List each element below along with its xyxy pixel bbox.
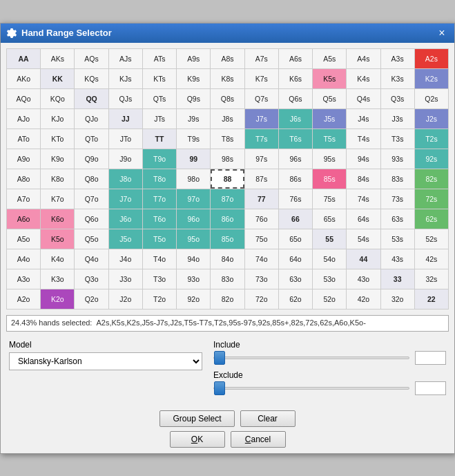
hand-cell[interactable]: Q3s [381,89,414,108]
hand-cell[interactable]: KJs [109,69,142,88]
hand-cell[interactable]: K6s [279,69,312,88]
hand-cell[interactable]: 83s [381,169,414,189]
hand-cell[interactable]: KTo [41,129,74,149]
hand-cell[interactable]: A8o [7,169,40,189]
hand-cell[interactable]: Q6s [279,89,312,108]
hand-cell[interactable]: 87s [245,169,278,189]
hand-cell[interactable]: 63s [381,209,414,229]
hand-cell[interactable]: 74s [347,189,380,209]
hand-cell[interactable]: A4o [7,249,40,269]
hand-cell[interactable]: T7o [143,189,176,209]
hand-cell[interactable]: 54o [313,249,346,269]
hand-cell[interactable]: 54s [347,229,380,249]
hand-cell[interactable]: K8s [211,69,244,88]
hand-cell[interactable]: 92s [415,149,448,169]
close-button[interactable]: × [435,26,449,40]
hand-cell[interactable]: 94o [177,249,210,269]
hand-cell[interactable]: Q2s [415,89,448,108]
hand-cell[interactable]: T4o [143,249,176,269]
hand-cell[interactable]: 72o [245,289,278,309]
hand-cell[interactable]: T3o [143,269,176,289]
hand-cell[interactable]: 22 [415,289,448,309]
exclude-value[interactable]: 0 [415,381,446,395]
hand-cell[interactable]: 32o [381,289,414,309]
hand-cell[interactable]: 42s [415,249,448,269]
hand-cell[interactable]: K3o [41,269,74,289]
hand-cell[interactable]: J7o [109,189,142,209]
hand-cell[interactable]: 85s [313,169,346,189]
hand-cell[interactable]: Q5s [313,89,346,108]
hand-cell[interactable]: J3s [381,109,414,128]
model-select[interactable]: Sklansky-Karlson [9,352,202,370]
hand-cell[interactable]: K4s [347,69,380,88]
hand-cell[interactable]: A9s [177,49,210,68]
hand-cell[interactable]: 43o [347,269,380,289]
hand-cell[interactable]: QTo [75,129,108,149]
hand-cell[interactable]: JTs [143,109,176,128]
hand-cell[interactable]: 92o [177,289,210,309]
hand-cell[interactable]: 85o [211,229,244,249]
hand-cell[interactable]: Q6o [75,209,108,229]
hand-cell[interactable]: AKs [41,49,74,68]
hand-cell[interactable]: 74o [245,249,278,269]
hand-cell[interactable]: 53s [381,229,414,249]
hand-cell[interactable]: KJo [41,109,74,128]
hand-cell[interactable]: K9s [177,69,210,88]
hand-cell[interactable]: 73s [381,189,414,209]
hand-cell[interactable]: K2o [41,289,74,309]
hand-cell[interactable]: 53o [313,269,346,289]
hand-cell[interactable]: T9s [177,129,210,149]
hand-cell[interactable]: 96o [177,209,210,229]
hand-cell[interactable]: A5s [313,49,346,68]
hand-cell[interactable]: 86s [279,169,312,189]
hand-cell[interactable]: JTo [109,129,142,149]
include-slider[interactable] [213,356,409,359]
hand-cell[interactable]: J5s [313,109,346,128]
hand-cell[interactable]: AJo [7,109,40,128]
hand-cell[interactable]: 93s [381,149,414,169]
hand-cell[interactable]: AQo [7,89,40,108]
hand-cell[interactable]: Q5o [75,229,108,249]
hand-cell[interactable]: 65o [279,229,312,249]
hand-cell[interactable]: A7o [7,189,40,209]
hand-cell[interactable]: KQs [75,69,108,88]
hand-cell[interactable]: KK [41,69,74,88]
hand-cell[interactable]: JJ [109,109,142,128]
hand-cell[interactable]: T4s [347,129,380,149]
hand-cell[interactable]: T5s [313,129,346,149]
hand-cell[interactable]: A2o [7,289,40,309]
hand-cell[interactable]: QQ [75,89,108,108]
hand-cell[interactable]: AQs [75,49,108,68]
hand-cell[interactable]: A8s [211,49,244,68]
hand-cell[interactable]: 87o [211,189,244,209]
hand-cell[interactable]: J7s [245,109,278,128]
hand-cell[interactable]: 62s [415,209,448,229]
hand-cell[interactable]: 76o [245,209,278,229]
hand-cell[interactable]: QJo [75,109,108,128]
hand-cell[interactable]: 42o [347,289,380,309]
hand-cell[interactable]: 88 [211,169,244,189]
hand-cell[interactable]: 33 [381,269,414,289]
hand-cell[interactable]: K5s [313,69,346,88]
hand-cell[interactable]: A6s [279,49,312,68]
hand-cell[interactable]: QTs [143,89,176,108]
hand-cell[interactable]: 75s [313,189,346,209]
hand-cell[interactable]: 77 [245,189,278,209]
hand-cell[interactable]: Q7s [245,89,278,108]
hand-cell[interactable]: 52s [415,229,448,249]
hand-cell[interactable]: 97o [177,189,210,209]
hand-cell[interactable]: 62o [279,289,312,309]
hand-cell[interactable]: T2s [415,129,448,149]
hand-cell[interactable]: A4s [347,49,380,68]
hand-cell[interactable]: 64o [279,249,312,269]
hand-cell[interactable]: T6s [279,129,312,149]
group-select-button[interactable]: Group Select [159,410,234,427]
hand-cell[interactable]: A3s [381,49,414,68]
hand-cell[interactable]: K2s [415,69,448,88]
hand-cell[interactable]: T3s [381,129,414,149]
ok-button[interactable]: OK [170,431,225,448]
hand-cell[interactable]: 43s [381,249,414,269]
hand-cell[interactable]: T2o [143,289,176,309]
hand-cell[interactable]: J6s [279,109,312,128]
hand-cell[interactable]: J2s [415,109,448,128]
